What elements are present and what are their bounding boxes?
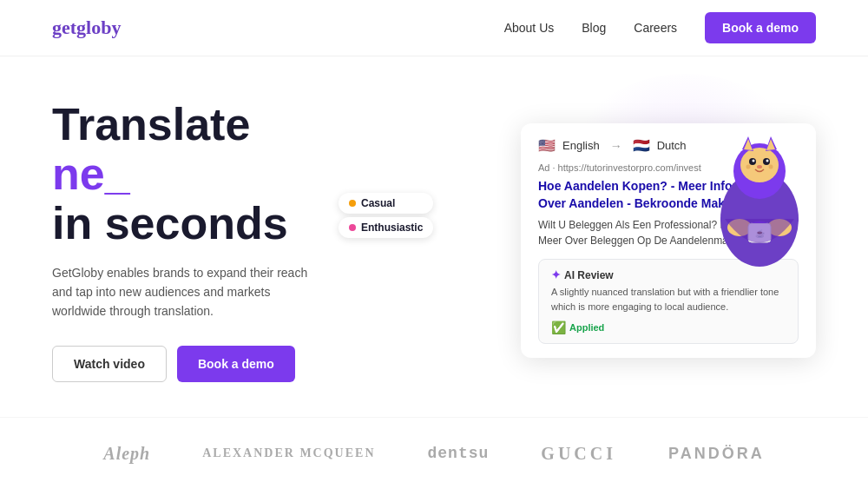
nav-blog[interactable]: Blog: [582, 21, 606, 35]
check-icon: ✅: [551, 320, 566, 334]
enthusiastic-dot: [349, 224, 356, 231]
logo-gucci: GUCCI: [541, 444, 616, 464]
applied-badge: ✅ Applied: [551, 320, 786, 334]
logo-mcqueen: Alexander McQUEEN: [202, 446, 375, 460]
source-flag: 🇺🇸: [538, 137, 556, 154]
hero-section: Translate ne_ in seconds GetGloby enable…: [0, 56, 868, 417]
hero-right: Casual Enthusiastic 🇺🇸 English → 🇳🇱 Dutc…: [417, 123, 816, 358]
hero-left: Translate ne_ in seconds GetGloby enable…: [52, 100, 417, 382]
tone-enthusiastic[interactable]: Enthusiastic: [339, 217, 433, 238]
svg-point-7: [757, 165, 762, 169]
ai-review-text: A slightly nuanced translation but with …: [551, 285, 786, 314]
logos-section: Aleph Alexander McQUEEN dentsu GUCCI PAN…: [0, 417, 868, 489]
logo-pandora: PANDÖRA: [668, 445, 765, 463]
book-demo-button[interactable]: Book a demo: [177, 346, 295, 382]
nav-about[interactable]: About Us: [504, 21, 555, 35]
tone-casual[interactable]: Casual: [339, 193, 433, 214]
casual-dot: [349, 200, 356, 207]
hero-buttons: Watch video Book a demo: [52, 346, 417, 382]
source-lang: English: [562, 139, 600, 152]
tone-badges: Casual Enthusiastic: [339, 193, 433, 238]
navbar: getgloby About Us Blog Careers Book a de…: [0, 0, 868, 56]
target-flag: 🇳🇱: [633, 137, 650, 154]
logo-aleph: Aleph: [103, 444, 150, 464]
svg-point-6: [766, 160, 769, 162]
svg-point-5: [753, 160, 755, 162]
arrow-icon: →: [610, 139, 622, 153]
logo: getgloby: [52, 17, 121, 39]
svg-point-9: [769, 165, 773, 169]
target-lang: Dutch: [657, 139, 687, 152]
svg-point-8: [746, 165, 751, 169]
watch-video-button[interactable]: Watch video: [52, 346, 167, 382]
mascot-image: ☕: [703, 97, 816, 274]
enthusiastic-label: Enthusiastic: [361, 221, 423, 234]
hero-subtitle: GetGloby enables brands to expand their …: [52, 263, 312, 321]
nav-book-demo-button[interactable]: Book a demo: [705, 12, 816, 43]
nav-careers[interactable]: Careers: [634, 21, 677, 35]
casual-label: Casual: [361, 197, 395, 209]
nav-links: About Us Blog Careers Book a demo: [504, 12, 816, 43]
ai-review-star-icon: ✦: [551, 268, 561, 281]
logo-dentsu: dentsu: [428, 445, 490, 462]
